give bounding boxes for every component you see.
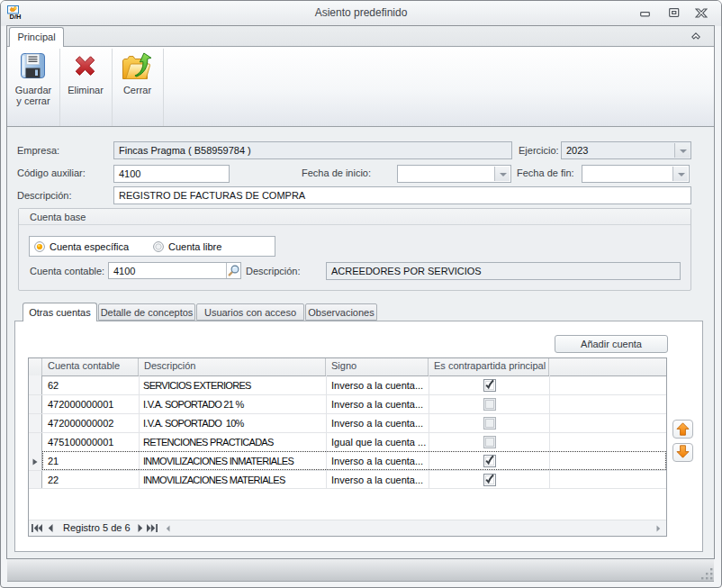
svg-text:D/H: D/H — [10, 13, 22, 20]
